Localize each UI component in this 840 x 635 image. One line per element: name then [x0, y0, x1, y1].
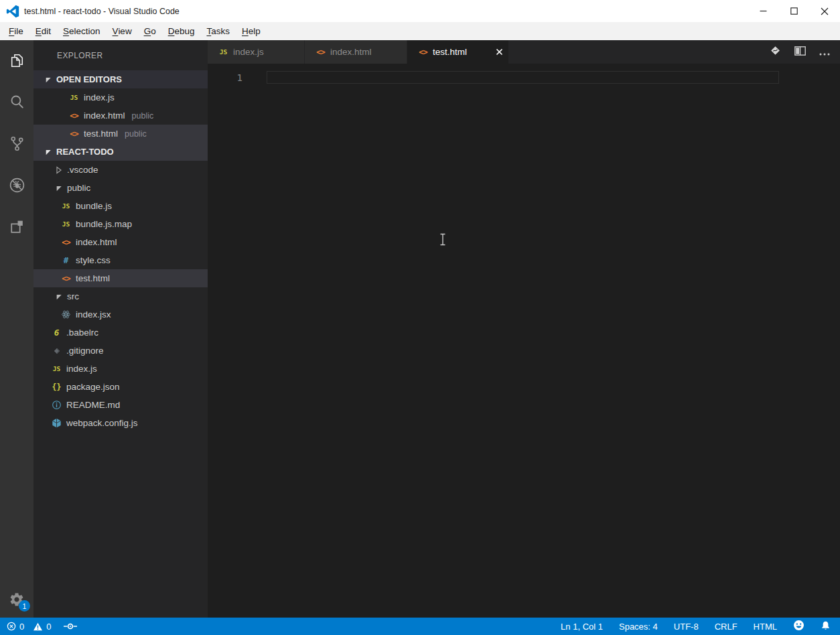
- minimize-button[interactable]: [748, 0, 778, 22]
- menu-help[interactable]: Help: [236, 22, 267, 40]
- tree-file[interactable]: 6 .babelrc: [33, 324, 208, 342]
- tab-bar: JS index.js <> index.html <> test.html: [208, 40, 840, 64]
- tree-file[interactable]: JS index.js: [33, 360, 208, 378]
- js-icon: JS: [60, 201, 72, 212]
- open-editor-item[interactable]: <> index.html public: [33, 107, 208, 125]
- open-editor-item[interactable]: JS index.js: [33, 88, 208, 107]
- menu-tasks[interactable]: Tasks: [200, 22, 236, 40]
- git-icon: [51, 346, 62, 356]
- menu-edit[interactable]: Edit: [29, 22, 57, 40]
- problems-warnings[interactable]: 0: [33, 622, 51, 632]
- notifications-bell-icon[interactable]: [821, 620, 831, 633]
- tree-file[interactable]: JS bundle.js.map: [33, 215, 208, 233]
- menu-go[interactable]: Go: [138, 22, 162, 40]
- tree-folder-public[interactable]: public: [33, 179, 208, 197]
- webpack-icon: [51, 418, 62, 429]
- react-icon: [60, 309, 72, 320]
- folder-badge: public: [132, 111, 154, 121]
- vscode-logo-icon: [6, 5, 19, 18]
- editor-content[interactable]: 1: [208, 64, 840, 618]
- twistie-expanded-icon: [45, 76, 52, 83]
- tree-file[interactable]: {} package.json: [33, 378, 208, 396]
- warning-icon: [33, 622, 43, 631]
- commit-status-item[interactable]: [64, 622, 77, 631]
- tree-file[interactable]: # style.css: [33, 251, 208, 269]
- js-icon: JS: [51, 364, 62, 374]
- open-editor-item[interactable]: <> test.html public: [33, 125, 208, 143]
- babel-icon: 6: [51, 328, 62, 338]
- html-icon: <>: [68, 111, 80, 121]
- maximize-button[interactable]: [778, 0, 809, 22]
- settings-gear-icon[interactable]: 1: [9, 590, 25, 608]
- status-bar: 0 0 Ln 1, Col 1 Spaces: 4 UTF-8 CRLF HTM…: [0, 618, 840, 635]
- html-icon: <>: [68, 129, 80, 139]
- settings-badge: 1: [19, 600, 30, 612]
- feedback-smiley-icon[interactable]: [793, 620, 804, 633]
- html-icon: <>: [315, 47, 326, 58]
- tab-test-html[interactable]: <> test.html: [407, 40, 509, 64]
- twistie-expanded-icon: [56, 185, 62, 192]
- js-icon: JS: [218, 47, 229, 58]
- current-line-highlight: [267, 71, 779, 84]
- search-icon[interactable]: [8, 93, 26, 111]
- tree-folder-src[interactable]: src: [33, 287, 208, 305]
- line-number: 1: [208, 72, 242, 84]
- window-controls: [748, 0, 840, 22]
- menu-selection[interactable]: Selection: [57, 22, 107, 40]
- close-window-button[interactable]: [809, 0, 840, 22]
- explorer-icon[interactable]: [8, 52, 26, 70]
- explorer-sidebar: EXPLORER OPEN EDITORS JS index.js <> ind…: [33, 40, 208, 618]
- language-mode[interactable]: HTML: [754, 622, 777, 632]
- tree-file-selected[interactable]: <> test.html: [33, 269, 208, 287]
- activity-bar: 1: [0, 40, 33, 618]
- extensions-icon[interactable]: [8, 218, 26, 236]
- tree-folder-vscode[interactable]: .vscode: [33, 161, 208, 179]
- menu-bar: File Edit Selection View Go Debug Tasks …: [0, 22, 840, 40]
- close-tab-icon[interactable]: [496, 48, 503, 56]
- open-preview-icon[interactable]: [770, 45, 781, 59]
- tab-index-js[interactable]: JS index.js: [208, 40, 305, 64]
- html-icon: <>: [417, 47, 429, 58]
- editor-group: JS index.js <> index.html <> test.html: [208, 40, 840, 618]
- more-actions-icon[interactable]: [819, 46, 830, 58]
- debug-icon[interactable]: [8, 176, 26, 194]
- error-icon: [7, 622, 16, 631]
- cursor-position[interactable]: Ln 1, Col 1: [561, 622, 603, 632]
- sidebar-title: EXPLORER: [33, 40, 208, 70]
- twistie-expanded-icon: [56, 293, 62, 300]
- menu-debug[interactable]: Debug: [162, 22, 201, 40]
- menu-file[interactable]: File: [3, 22, 29, 40]
- tab-index-html[interactable]: <> index.html: [305, 40, 407, 64]
- html-icon: <>: [60, 273, 72, 284]
- title-bar: test.html - react-todo - Visual Studio C…: [0, 0, 840, 22]
- tree-file[interactable]: README.md: [33, 396, 208, 414]
- tree-file[interactable]: .gitignore: [33, 342, 208, 360]
- folder-badge: public: [125, 129, 147, 139]
- json-icon: {}: [51, 382, 62, 393]
- commit-icon: [64, 622, 77, 631]
- js-icon: JS: [68, 92, 80, 103]
- encoding[interactable]: UTF-8: [674, 622, 699, 632]
- source-control-icon[interactable]: [8, 135, 26, 153]
- js-icon: JS: [60, 219, 72, 230]
- editor-actions: [770, 40, 840, 64]
- problems-errors[interactable]: 0: [7, 622, 24, 632]
- tree-file[interactable]: JS bundle.js: [33, 197, 208, 215]
- twistie-expanded-icon: [45, 149, 52, 155]
- project-section-header[interactable]: REACT-TODO: [33, 143, 208, 161]
- indentation[interactable]: Spaces: 4: [619, 622, 658, 632]
- open-editors-header[interactable]: OPEN EDITORS: [33, 70, 208, 88]
- tree-file[interactable]: webpack.config.js: [33, 414, 208, 432]
- css-icon: #: [60, 255, 72, 266]
- twistie-collapsed-icon: [56, 166, 62, 174]
- html-icon: <>: [60, 237, 72, 248]
- info-icon: [51, 400, 62, 411]
- text-cursor-ibeam: [439, 233, 447, 249]
- tree-file[interactable]: <> index.html: [33, 233, 208, 251]
- tree-file[interactable]: index.jsx: [33, 305, 208, 324]
- line-ending[interactable]: CRLF: [715, 622, 738, 632]
- status-bar-right: Ln 1, Col 1 Spaces: 4 UTF-8 CRLF HTML: [561, 620, 833, 633]
- menu-view[interactable]: View: [107, 22, 138, 40]
- split-editor-icon[interactable]: [794, 46, 806, 58]
- window-title: test.html - react-todo - Visual Studio C…: [24, 7, 180, 16]
